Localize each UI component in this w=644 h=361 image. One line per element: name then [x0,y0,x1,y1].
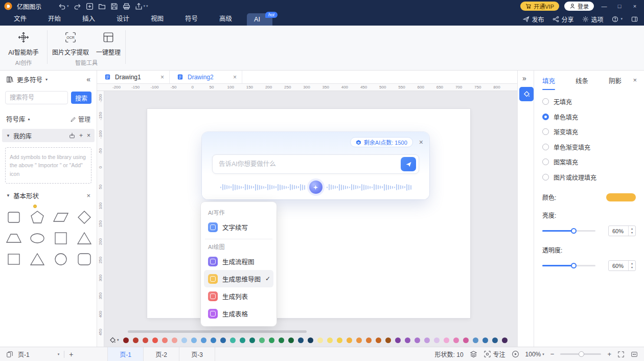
ai-menu-item[interactable]: 生成流程图 [204,253,273,270]
panel-toggle-button[interactable] [631,16,638,22]
fit-to-window-icon[interactable] [631,351,638,358]
spin-down-icon[interactable]: ▾ [631,231,633,235]
shape-triangle[interactable] [26,249,49,270]
slider-knob[interactable] [571,263,577,268]
color-dot[interactable] [385,337,391,343]
shape-diamond[interactable] [73,207,96,228]
presentation-play-button[interactable] [512,350,519,358]
shape-rounded-rect[interactable] [73,249,96,270]
close-shapes-icon[interactable]: × [86,192,90,199]
menu-tab[interactable]: 设计 [106,12,140,26]
fullscreen-icon[interactable] [617,351,625,358]
maximize-button[interactable]: □ [614,3,625,9]
color-dot[interactable] [327,337,333,343]
expand-panel-icon[interactable]: » [522,74,534,82]
menu-tab[interactable]: 插入 [72,12,106,26]
close-tab-icon[interactable]: × [160,74,164,81]
color-dot[interactable] [444,337,449,343]
ai-menu-item[interactable]: 文字续写 [204,218,273,236]
focus-mode-button[interactable]: 专注 [484,350,505,358]
color-dot[interactable] [453,337,459,343]
color-dot[interactable] [201,337,206,343]
my-library-header[interactable]: ▼ 我的库 + × [2,129,95,142]
manage-library-button[interactable]: 管理 [70,115,90,123]
color-dot[interactable] [123,337,129,343]
fill-panel-tab-icon[interactable] [519,87,534,101]
close-panel-icon[interactable]: × [633,76,637,84]
opacity-slider[interactable] [542,265,595,266]
menu-tab[interactable]: 符号 [174,12,209,26]
shape-ellipse[interactable] [26,228,49,249]
color-dot[interactable] [317,337,323,343]
more-symbols-button[interactable]: 更多符号 [17,75,42,84]
doc-tab-drawing1[interactable]: Drawing1 × [97,71,170,83]
page-tab[interactable]: 页-3 [179,347,215,361]
ai-menu-item[interactable]: 生成表格 [204,305,273,322]
spin-up-icon[interactable]: ▴ [631,262,633,265]
shape-circle[interactable] [49,249,73,270]
color-dot[interactable] [482,337,488,343]
section-triangle-icon[interactable]: ▼ [6,133,10,138]
import-symbols-icon[interactable] [69,132,75,139]
undo-button[interactable] [58,3,66,10]
color-dot[interactable] [259,337,265,343]
fill-color-swatch[interactable] [606,193,636,201]
color-dot[interactable] [220,337,226,343]
collapse-sidebar-icon[interactable]: « [86,75,90,83]
undo-history-chevron-icon[interactable]: ▾ [67,4,69,8]
fill-tool-dropdown[interactable]: ▾ [109,337,119,344]
menu-tab[interactable]: 开始 [37,12,72,26]
color-dot[interactable] [463,337,469,343]
color-dot[interactable] [279,337,284,343]
new-file-button[interactable] [86,3,94,10]
color-dot[interactable] [502,337,508,343]
fill-option[interactable]: 图案填充 [542,154,636,170]
canvas-area[interactable]: -200-150-100-500501001502002503003504004… [97,91,517,347]
minimize-button[interactable]: — [599,3,609,9]
export-chevron-icon[interactable]: ▾ [144,4,146,8]
opacity-spinner[interactable]: 60% ▴▾ [608,260,636,271]
ai-menu-item[interactable]: 生成思维导图✓ [204,270,273,287]
options-button[interactable]: 选项 [582,15,603,24]
color-dot[interactable] [143,337,148,343]
menu-tab[interactable]: 文件 [3,12,37,26]
zoom-out-button[interactable]: − [550,350,555,358]
symbol-search-input[interactable] [5,91,68,104]
redo-button[interactable] [74,3,81,10]
close-dialog-icon[interactable]: × [419,138,423,146]
toolbar-more-chevron-icon[interactable]: ▾ [146,4,148,8]
page-selector-chevron-icon[interactable]: ▾ [58,352,60,356]
color-dot[interactable] [240,337,245,343]
brightness-slider[interactable] [542,230,595,232]
one-click-tidy-button[interactable]: 一键整理 [95,30,122,59]
color-dot[interactable] [298,337,304,343]
color-dot[interactable] [424,337,430,343]
color-dot[interactable] [211,337,216,343]
fill-option[interactable]: 单色填充 [542,109,636,125]
panel-tab[interactable]: 阴影 [609,76,622,85]
fill-option[interactable]: 单色渐变填充 [542,140,636,155]
send-button[interactable] [401,157,416,171]
vip-button[interactable]: 开通VIP [520,2,559,11]
print-button[interactable] [123,3,130,10]
color-dot[interactable] [356,337,362,343]
more-symbols-chevron-icon[interactable]: ▾ [45,77,48,82]
spin-up-icon[interactable]: ▴ [631,227,633,231]
ocr-extract-button[interactable]: OCR 图片文字提取 [51,30,90,59]
color-dot[interactable] [230,337,236,343]
menu-tab[interactable]: 高级 [209,12,243,26]
close-window-button[interactable]: × [630,3,640,9]
color-dot[interactable] [473,337,478,343]
menu-tab-ai[interactable]: AI hot [247,13,272,26]
slider-knob[interactable] [571,228,577,234]
shape-triangle[interactable] [73,228,96,249]
panel-tab[interactable]: 填充 [542,76,555,85]
ai-menu-item[interactable]: 生成列表 [204,287,273,305]
color-dot[interactable] [152,337,158,343]
color-dot[interactable] [172,337,177,343]
doc-tab-drawing2[interactable]: Drawing2 × [170,71,242,83]
panel-tab[interactable]: 线条 [576,76,588,85]
color-dot[interactable] [492,337,498,343]
page-selector[interactable]: 页-1 [18,350,30,358]
ai-assistant-button[interactable]: AI智能助手 [7,30,39,59]
